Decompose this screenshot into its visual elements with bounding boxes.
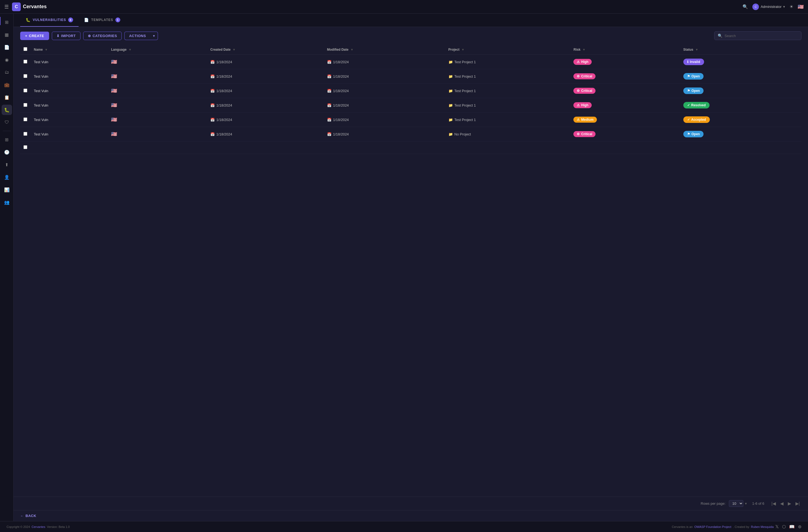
col-modified-label: Modified Date (327, 48, 349, 52)
project-filter-icon[interactable]: ▼ (462, 48, 464, 51)
row-risk-4: ⚠ Medium (570, 113, 680, 127)
row-checkbox-1[interactable] (23, 74, 27, 78)
sidebar-item-user[interactable]: 👤 (2, 172, 12, 182)
chevron-down-icon: ▾ (745, 501, 747, 506)
sidebar-item-chart[interactable]: ◉ (2, 55, 12, 65)
back-button[interactable]: ← BACK (20, 514, 36, 518)
sidebar-item-upload[interactable]: ⬆ (2, 159, 12, 170)
risk-icon-4: ⚠ (577, 118, 580, 121)
risk-filter-icon[interactable]: ▼ (582, 48, 585, 51)
copyright-text: Copyright © 2024 (6, 525, 30, 529)
sidebar-item-team[interactable]: 👥 (2, 197, 12, 207)
created-date-cell-3: 📅 1/18/2024 (210, 103, 320, 107)
row-risk-1: ⚙ Critical (570, 69, 680, 84)
row-checkbox-3[interactable] (23, 103, 27, 107)
row-checkbox-2[interactable] (23, 89, 27, 92)
create-button[interactable]: + CREATE (20, 32, 49, 40)
actions-dropdown-button[interactable]: ▾ (150, 32, 158, 40)
row-name-5: Test Vuln (31, 127, 108, 141)
row-checkbox-0[interactable] (23, 60, 27, 63)
book-icon[interactable]: 📖 (789, 524, 795, 529)
last-page-button[interactable]: ▶| (794, 500, 802, 507)
row-modified-0: 📅 1/18/2024 (324, 55, 445, 69)
sidebar-item-grid[interactable]: ⊞ (2, 134, 12, 145)
row-created-4: 📅 1/18/2024 (207, 113, 324, 127)
sidebar-item-file[interactable]: 📋 (2, 92, 12, 102)
project-icon-2: 📁 (448, 89, 453, 93)
import-button[interactable]: ⬇ IMPORT (52, 32, 80, 40)
bottom-bar: Copyright © 2024 Cervantes Version: Beta… (0, 521, 808, 532)
created-filter-icon[interactable]: ▼ (233, 48, 235, 51)
row-modified-1: 📅 1/18/2024 (324, 69, 445, 84)
prev-page-button[interactable]: ◀ (778, 500, 785, 507)
status-filter-icon[interactable]: ▼ (695, 48, 698, 51)
row-name-0: Test Vuln (31, 55, 108, 69)
sidebar-item-shield[interactable]: 🛡 (2, 117, 12, 128)
next-page-button[interactable]: ▶ (786, 500, 793, 507)
main-layout: ⊞ ▦ 📄 ◉ 🗂 💼 📋 🐛 🛡 ⊞ 🕐 ⬆ 👤 📊 👥 🐛 VULNERAB… (0, 14, 808, 521)
topnav: ☰ C Cervantes 🔍 C Administrator ▾ ☀ 🇺🇸 (0, 0, 808, 14)
row-checkbox-cell (20, 84, 31, 98)
table-row: Test Vuln 🇺🇸 📅 1/18/2024 📅 1/18/2024 📁 (20, 55, 802, 69)
theme-icon[interactable]: ☀ (789, 4, 793, 9)
created-date-cell-5: 📅 1/18/2024 (210, 132, 320, 136)
empty-row-checkbox[interactable] (23, 145, 27, 149)
sidebar-item-dashboard[interactable]: ⊞ (2, 17, 12, 27)
tab-templates[interactable]: 📄 TEMPLATES 1 (78, 14, 126, 27)
github-icon[interactable]: ⊛ (798, 524, 802, 529)
row-checkbox-4[interactable] (23, 117, 27, 121)
search-icon[interactable]: 🔍 (742, 4, 748, 9)
row-checkbox-5[interactable] (23, 132, 27, 136)
categories-button[interactable]: ⊕ CATEGORIES (83, 32, 122, 40)
calendar-icon-3: 📅 (210, 103, 215, 107)
sidebar-item-briefcase[interactable]: 💼 (2, 80, 12, 90)
twitter-icon[interactable]: 𝕏 (775, 524, 779, 529)
row-lang-5: 🇺🇸 (108, 127, 207, 141)
owasp-link[interactable]: OWASP Foundation Project (694, 525, 731, 529)
actions-split-button: ACTIONS ▾ (124, 32, 158, 40)
flag-icon[interactable]: 🇺🇸 (797, 4, 804, 10)
search-input[interactable] (724, 34, 798, 38)
sidebar-item-bug[interactable]: 🐛 (2, 104, 12, 115)
modified-date-cell-1: 📅 1/18/2024 (327, 74, 442, 78)
language-filter-icon[interactable]: ▼ (128, 48, 131, 51)
rows-per-page-select[interactable]: 10 25 50 (729, 500, 743, 507)
row-created-1: 📅 1/18/2024 (207, 69, 324, 84)
row-status-3: ✓ Resolved (680, 98, 802, 113)
hamburger-icon[interactable]: ☰ (4, 4, 9, 10)
actions-button[interactable]: ACTIONS (124, 32, 150, 40)
first-page-button[interactable]: |◀ (770, 500, 777, 507)
sidebar-item-documents[interactable]: 📄 (2, 42, 12, 52)
sidebar-item-calendar[interactable]: ▦ (2, 30, 12, 40)
cervantes-link[interactable]: Cervantes (32, 525, 45, 529)
author-link[interactable]: Ruben Mesquida (751, 525, 774, 529)
status-badge-5: ⚑ Open (683, 131, 704, 137)
discord-icon[interactable]: ⬡ (782, 524, 786, 529)
select-all-cell (20, 44, 31, 55)
sidebar-item-report[interactable]: 📊 (2, 185, 12, 195)
row-name-3: Test Vuln (31, 98, 108, 113)
user-menu[interactable]: C Administrator ▾ (752, 3, 785, 10)
col-status: Status ▼ (680, 44, 802, 55)
calendar-icon-1: 📅 (210, 74, 215, 78)
row-checkbox-cell (20, 69, 31, 84)
modified-filter-icon[interactable]: ▼ (351, 48, 353, 51)
row-checkbox-cell (20, 127, 31, 141)
select-all-checkbox[interactable] (23, 47, 27, 51)
tab-vulnerabilities[interactable]: 🐛 VULNERABILITIES 6 (20, 14, 78, 27)
sidebar-item-folder[interactable]: 🗂 (2, 67, 12, 77)
status-icon-1: ⚑ (687, 74, 690, 78)
sidebar-item-clock[interactable]: 🕐 (2, 147, 12, 157)
table-row: Test Vuln 🇺🇸 📅 1/18/2024 📅 1/18/2024 📁 (20, 84, 802, 98)
vulnerabilities-table: Name ▼ Language ▼ Created Date ▼ Modif (14, 44, 808, 497)
search-box[interactable]: 🔍 (714, 31, 802, 40)
row-risk-3: ⚠ High (570, 98, 680, 113)
tab-templates-icon: 📄 (84, 18, 89, 22)
calendar-icon-5: 📅 (210, 132, 215, 136)
name-filter-icon[interactable]: ▼ (45, 48, 48, 51)
project-cell-4: 📁 Test Project 1 (448, 118, 567, 122)
row-modified-2: 📅 1/18/2024 (324, 84, 445, 98)
app-logo: C Cervantes (12, 2, 47, 11)
risk-icon-3: ⚠ (577, 103, 580, 107)
chevron-down-icon: ▾ (783, 5, 785, 9)
